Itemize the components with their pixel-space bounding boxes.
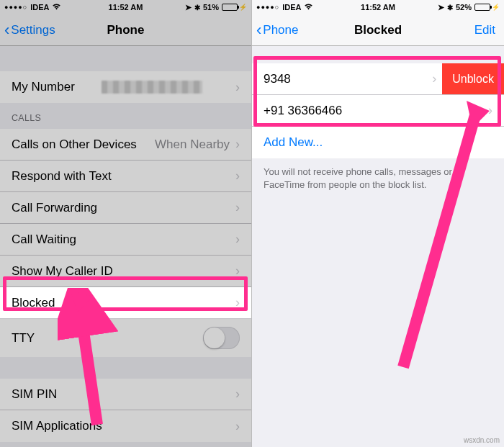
add-new-button[interactable]: Add New... (252, 127, 504, 158)
row-label: My Number (12, 80, 75, 94)
row-call-forwarding[interactable]: Call Forwarding › (0, 192, 251, 224)
nav-title: Phone (107, 23, 145, 37)
chevron-right-icon: › (235, 168, 240, 184)
section-header-calls: CALLS (0, 103, 251, 129)
row-respond-with-text[interactable]: Respond with Text › (0, 161, 251, 192)
row-label: Calls on Other Devices (12, 137, 137, 152)
screen-phone-settings: ●●●●○ IDEA 11:52 AM ➤ ✱ 51% ⚡ ‹ Setting (0, 0, 252, 447)
charging-icon: ⚡ (239, 4, 247, 11)
watermark: wsxdn.com (464, 436, 500, 444)
row-my-number[interactable]: My Number › (0, 71, 251, 103)
row-label: Call Forwarding (12, 201, 97, 215)
row-sim-applications[interactable]: SIM Applications › (0, 410, 251, 442)
edit-button[interactable]: Edit (474, 23, 495, 37)
chevron-left-icon: ‹ (4, 22, 9, 38)
battery-icon (222, 4, 238, 11)
row-show-caller-id[interactable]: Show My Caller ID › (0, 256, 251, 287)
nav-bar: ‹ Phone Blocked Edit (252, 14, 504, 46)
location-icon: ➤ (185, 3, 192, 12)
blocked-contact-row-1[interactable]: 9348 › Unblock (252, 63, 504, 95)
battery-percent: 52% (456, 3, 472, 12)
chevron-right-icon: › (235, 387, 240, 402)
chevron-right-icon: › (235, 263, 240, 279)
back-button[interactable]: ‹ Phone (256, 22, 299, 38)
chevron-right-icon: › (432, 71, 436, 86)
bluetooth-icon: ✱ (447, 4, 453, 12)
back-button[interactable]: ‹ Settings (4, 22, 55, 38)
battery-icon (474, 4, 490, 11)
add-new-label: Add New... (264, 135, 323, 150)
row-sim-pin[interactable]: SIM PIN › (0, 379, 251, 410)
status-bar: ●●●●○ IDEA 11:52 AM ➤ ✱ 51% ⚡ (0, 0, 251, 14)
chevron-right-icon: › (235, 232, 240, 247)
chevron-right-icon: › (235, 137, 240, 152)
chevron-right-icon: › (235, 295, 240, 310)
nav-title: Blocked (354, 23, 402, 37)
status-bar: ●●●●○ IDEA 11:52 AM ➤ ✱ 52% ⚡ (252, 0, 504, 14)
status-time: 11:52 AM (361, 3, 395, 12)
back-label: Settings (11, 23, 55, 37)
row-label: SIM Applications (12, 419, 102, 433)
unblock-button[interactable]: Unblock (442, 63, 504, 94)
tty-switch[interactable] (203, 327, 240, 349)
contact-number: 9348 (264, 72, 291, 86)
nav-bar: ‹ Settings Phone (0, 14, 251, 46)
row-value: When Nearby (155, 137, 230, 152)
signal-dots-icon: ●●●●○ (4, 4, 27, 11)
carrier-label: IDEA (282, 3, 301, 12)
blocked-footer-note: You will not receive phone calls, messag… (252, 158, 504, 198)
signal-dots-icon: ●●●●○ (256, 4, 279, 11)
row-label: TTY (12, 331, 35, 346)
chevron-right-icon: › (235, 419, 240, 434)
bluetooth-icon: ✱ (194, 4, 200, 12)
battery-percent: 51% (203, 3, 219, 12)
location-icon: ➤ (438, 3, 444, 12)
row-calls-other-devices[interactable]: Calls on Other Devices When Nearby › (0, 129, 251, 161)
charging-icon: ⚡ (492, 4, 500, 11)
carrier-label: IDEA (30, 3, 49, 12)
chevron-left-icon: ‹ (256, 22, 261, 38)
blurred-number (102, 81, 202, 94)
row-blocked[interactable]: Blocked › (0, 287, 251, 319)
contact-number: +91 36366466 (264, 104, 342, 118)
row-label: Respond with Text (12, 169, 112, 184)
chevron-right-icon: › (488, 103, 492, 118)
screen-blocked-list: ●●●●○ IDEA 11:52 AM ➤ ✱ 52% ⚡ ‹ Phone (252, 0, 504, 447)
row-label: Show My Caller ID (12, 264, 113, 279)
row-label: SIM PIN (12, 387, 57, 402)
row-label: Call Waiting (12, 232, 76, 247)
wifi-icon (304, 3, 313, 12)
chevron-right-icon: › (235, 80, 240, 95)
wifi-icon (52, 3, 61, 12)
back-label: Phone (263, 23, 298, 37)
chevron-right-icon: › (235, 200, 240, 215)
row-tty[interactable]: TTY (0, 319, 251, 357)
row-call-waiting[interactable]: Call Waiting › (0, 224, 251, 256)
blocked-contact-row-2[interactable]: +91 36366466 › (252, 95, 504, 127)
status-time: 11:52 AM (109, 3, 143, 12)
row-label: Blocked (12, 296, 55, 310)
